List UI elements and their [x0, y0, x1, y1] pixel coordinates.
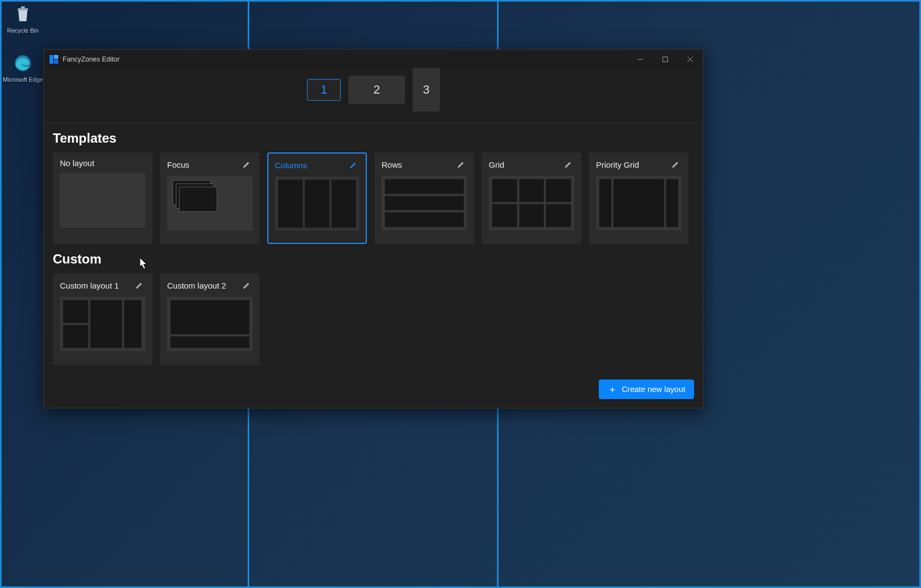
edit-template-button[interactable]: [670, 158, 681, 170]
zone-guide-left: [0, 0, 2, 588]
template-preview-rows: [382, 176, 467, 230]
custom-layout-card-1[interactable]: Custom layout 1: [53, 273, 152, 365]
svg-rect-2: [54, 55, 58, 59]
monitor-button-1[interactable]: 1: [307, 79, 341, 101]
template-card-columns[interactable]: Columns: [267, 152, 367, 244]
create-new-layout-button[interactable]: ＋ Create new layout: [599, 379, 694, 399]
template-title: No layout: [60, 158, 94, 168]
desktop-icon-recycle-bin[interactable]: Recycle Bin: [2, 3, 44, 34]
template-card-focus[interactable]: Focus: [160, 152, 260, 244]
templates-grid: No layout Focus Columns: [53, 152, 694, 244]
custom-layout-card-2[interactable]: Custom layout 2: [160, 273, 260, 365]
monitor-label: 1: [321, 83, 327, 97]
titlebar[interactable]: FancyZones Editor: [44, 50, 703, 69]
template-title: Focus: [167, 160, 189, 169]
edit-template-button[interactable]: [562, 158, 574, 170]
template-preview-grid: [489, 176, 574, 230]
desktop-icon-label: Recycle Bin: [2, 27, 44, 34]
zone-guide-top: [0, 0, 921, 2]
template-card-rows[interactable]: Rows: [374, 152, 474, 244]
edit-custom-layout-button[interactable]: [133, 279, 145, 291]
edit-template-button[interactable]: [241, 158, 253, 170]
edit-template-button[interactable]: [347, 159, 359, 171]
template-card-no-layout[interactable]: No layout: [53, 152, 152, 244]
edit-template-button[interactable]: [455, 158, 467, 170]
svg-rect-4: [663, 57, 668, 62]
template-title: Priority Grid: [596, 160, 639, 169]
monitor-label: 3: [423, 83, 429, 97]
close-button[interactable]: [678, 50, 703, 69]
desktop-icon-label: Microsoft Edge: [2, 76, 44, 83]
custom-layout-title: Custom layout 1: [60, 281, 119, 290]
monitor-label: 2: [373, 83, 380, 97]
custom-heading: Custom: [53, 252, 694, 267]
template-preview-columns: [275, 176, 359, 231]
template-card-grid[interactable]: Grid: [482, 152, 581, 244]
monitor-selector: 1 2 3: [44, 69, 703, 123]
custom-layout-preview-1: [60, 297, 145, 351]
template-preview-no-layout: [60, 173, 145, 228]
minimize-button[interactable]: [628, 50, 653, 69]
monitor-button-2[interactable]: 2: [348, 76, 405, 104]
templates-heading: Templates: [53, 131, 694, 146]
plus-icon: ＋: [607, 384, 617, 394]
template-preview-focus: [167, 176, 253, 230]
edit-custom-layout-button[interactable]: [241, 279, 253, 291]
custom-layout-preview-2: [167, 297, 253, 351]
template-title: Rows: [382, 160, 402, 169]
template-preview-priority: [596, 176, 681, 230]
svg-rect-3: [54, 59, 58, 64]
custom-layout-title: Custom layout 2: [167, 281, 226, 290]
custom-layouts-grid: Custom layout 1 Custom layout 2: [53, 273, 694, 365]
app-icon: [50, 55, 58, 64]
fancyzones-editor-window: FancyZones Editor 1 2 3 Templates: [44, 49, 703, 408]
monitor-button-3[interactable]: 3: [413, 68, 440, 112]
recycle-bin-icon: [11, 3, 35, 25]
edge-icon: [11, 52, 35, 74]
maximize-button[interactable]: [653, 50, 678, 69]
template-title: Columns: [275, 161, 307, 170]
create-button-label: Create new layout: [622, 385, 685, 394]
window-title: FancyZones Editor: [63, 56, 120, 63]
editor-content: Templates No layout Focus: [44, 123, 703, 408]
svg-rect-1: [50, 55, 53, 64]
template-title: Grid: [489, 160, 504, 169]
template-card-priority-grid[interactable]: Priority Grid: [589, 152, 689, 244]
desktop-icon-edge[interactable]: Microsoft Edge: [2, 52, 44, 83]
